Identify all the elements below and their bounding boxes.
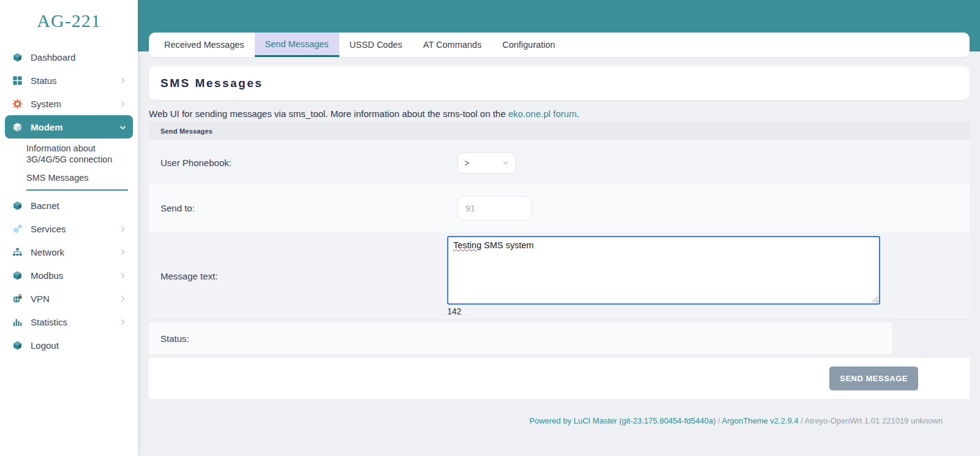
message-row: Message text: Testing SMS system 142 [149, 231, 970, 320]
sidebar-item-bacnet[interactable]: Bacnet [5, 194, 133, 218]
send-to-label: Send to: [149, 203, 447, 213]
sitemap-icon [12, 247, 23, 257]
phonebook-label: User Phonebook: [149, 158, 447, 168]
phonebook-row: User Phonebook: > [149, 140, 970, 184]
globe-lock-icon [12, 294, 23, 304]
sidebar-item-logout[interactable]: Logout [5, 334, 133, 357]
cube-icon [12, 122, 23, 132]
sidebar-item-modem[interactable]: Modem [5, 115, 133, 139]
grid-icon [12, 75, 23, 86]
main-area: Received Messages Send Messages USSD Cod… [138, 0, 980, 456]
content: Received Messages Send Messages USSD Cod… [138, 0, 980, 425]
sidebar-item-label: Network [31, 247, 119, 257]
page-title-card: SMS Messages [149, 66, 970, 100]
tab-ussd-codes[interactable]: USSD Codes [339, 32, 413, 57]
send-to-row: Send to: [149, 184, 970, 231]
firmware-version: Atreyo-OpenWrt 1.01 221019 unknown [805, 416, 943, 425]
chevron-right-icon [119, 100, 127, 108]
argon-theme-link[interactable]: ArgonTheme v2.2.9.4 [722, 416, 799, 425]
eko-forum-link[interactable]: eko.one.pl forum [508, 108, 577, 119]
luci-link[interactable]: Powered by LuCI Master (git-23.175.80454… [529, 416, 715, 425]
page-title: SMS Messages [160, 77, 263, 90]
sidebar-item-label: Status [31, 75, 119, 86]
sidebar-item-label: Statistics [31, 317, 119, 327]
footer-separator: / [715, 416, 722, 425]
tab-send-messages[interactable]: Send Messages [255, 32, 339, 57]
sidebar-item-label: Bacnet [31, 200, 127, 211]
footer: Powered by LuCI Master (git-23.175.80454… [149, 416, 970, 425]
action-band: SEND MESSAGE [149, 358, 970, 399]
tab-configuration[interactable]: Configuration [492, 32, 565, 57]
chevron-down-icon [119, 123, 127, 131]
cube-icon [12, 270, 23, 281]
section-header: Send Messages [149, 122, 970, 140]
cube-icon [12, 52, 23, 63]
modem-submenu: Information about 3G/4G/5G connection SM… [5, 139, 133, 194]
chevron-right-icon [119, 272, 127, 279]
gears-icon [12, 224, 23, 234]
message-textarea[interactable]: Testing SMS system [447, 236, 880, 305]
cube-icon [12, 340, 23, 351]
sidebar-item-dashboard[interactable]: Dashboard [5, 45, 133, 69]
tab-bar: Received Messages Send Messages USSD Cod… [149, 32, 970, 57]
description-text: Web UI for sending messages via sms_tool… [149, 108, 508, 119]
submenu-item-connection-info[interactable]: Information about 3G/4G/5G connection [26, 143, 133, 165]
sidebar-item-label: VPN [31, 294, 119, 304]
sidebar-item-system[interactable]: System [5, 92, 133, 115]
section-title: Send Messages [160, 127, 213, 135]
chevron-right-icon [119, 248, 127, 256]
message-field-wrap: Testing SMS system 142 [447, 236, 880, 316]
sidebar-item-label: Modem [31, 122, 119, 132]
chevron-right-icon [119, 318, 127, 326]
footer-separator: / [799, 416, 805, 425]
sidebar-item-label: System [31, 99, 119, 109]
description-suffix: . [576, 108, 579, 119]
user-phonebook-select[interactable]: > [458, 153, 516, 173]
sidebar-item-status[interactable]: Status [5, 69, 133, 92]
char-count: 142 [447, 306, 880, 316]
sidebar-menu: Dashboard Status [0, 45, 138, 357]
status-label: Status: [149, 333, 447, 344]
sidebar: AG-221 Dashboard Status [0, 0, 138, 456]
chevron-down-icon [502, 158, 509, 168]
sidebar-item-label: Services [31, 224, 119, 234]
tab-at-commands[interactable]: AT Commands [413, 32, 492, 57]
send-to-input[interactable] [458, 196, 532, 221]
sidebar-item-label: Modbus [31, 270, 119, 281]
sidebar-item-label: Dashboard [31, 52, 127, 63]
chevron-right-icon [119, 77, 127, 85]
cube-icon [12, 200, 23, 211]
sidebar-item-statistics[interactable]: Statistics [5, 311, 133, 334]
chevron-right-icon [119, 295, 127, 303]
page-description: Web UI for sending messages via sms_tool… [149, 108, 970, 119]
sidebar-item-network[interactable]: Network [5, 241, 133, 264]
submenu-item-sms-messages[interactable]: SMS Messages [26, 173, 128, 191]
chevron-right-icon [119, 225, 127, 233]
resize-handle-icon[interactable] [871, 295, 878, 303]
tab-received-messages[interactable]: Received Messages [154, 32, 255, 57]
sidebar-item-modbus[interactable]: Modbus [5, 264, 133, 287]
sidebar-item-vpn[interactable]: VPN [5, 287, 133, 311]
select-value: > [464, 158, 469, 168]
send-message-button[interactable]: SEND MESSAGE [829, 367, 918, 390]
app-logo: AG-221 [0, 0, 138, 45]
status-row: Status: [149, 322, 892, 354]
message-label: Message text: [149, 271, 447, 281]
sidebar-item-label: Logout [31, 340, 127, 351]
sidebar-item-services[interactable]: Services [5, 218, 133, 241]
bar-chart-icon [12, 317, 23, 327]
gear-icon [12, 99, 23, 109]
